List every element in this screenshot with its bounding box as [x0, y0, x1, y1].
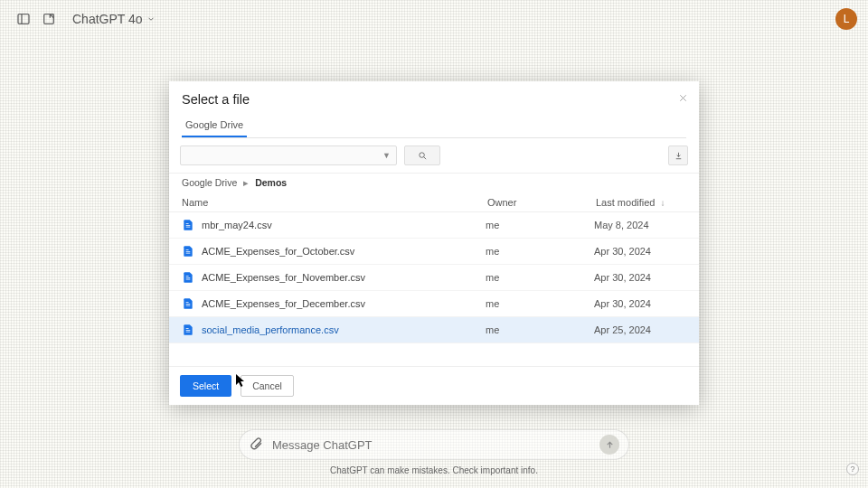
send-button[interactable] — [599, 435, 619, 455]
composer-area: ChatGPT can make mistakes. Check importa… — [0, 429, 868, 475]
file-owner: me — [486, 298, 594, 309]
file-name: ACME_Expenses_for_December.csv — [202, 298, 486, 309]
file-owner: me — [486, 246, 594, 257]
file-modified: Apr 30, 2024 — [594, 298, 686, 309]
breadcrumb: Google Drive ▸ Demos — [169, 174, 699, 193]
folder-dropdown[interactable]: ▼ — [180, 145, 397, 165]
file-owner: me — [486, 272, 594, 283]
new-chat-icon[interactable] — [36, 6, 61, 32]
file-row[interactable]: ACME_Expenses_for_October.csvmeApr 30, 2… — [169, 239, 699, 265]
search-button[interactable] — [404, 145, 440, 165]
file-row[interactable]: mbr_may24.csvmeMay 8, 2024 — [169, 212, 699, 239]
breadcrumb-separator: ▸ — [243, 177, 249, 188]
select-button[interactable]: Select — [180, 375, 231, 397]
modal-header: Select a file Google Drive — [169, 81, 699, 138]
disclaimer-text: ChatGPT can make mistakes. Check importa… — [330, 465, 538, 475]
file-name: mbr_may24.csv — [202, 220, 486, 230]
composer — [239, 429, 629, 460]
column-modified[interactable]: Last modified ↓ — [596, 197, 686, 208]
column-modified-label: Last modified — [596, 197, 655, 208]
file-name: ACME_Expenses_for_October.csv — [202, 246, 486, 257]
avatar-initial: L — [844, 13, 850, 25]
top-bar: ChatGPT 4o L — [0, 0, 868, 38]
file-modified: Apr 30, 2024 — [594, 272, 686, 283]
file-modified: Apr 30, 2024 — [594, 246, 686, 257]
avatar[interactable]: L — [835, 8, 857, 30]
list-options-button[interactable] — [668, 145, 688, 165]
breadcrumb-current[interactable]: Demos — [255, 177, 287, 188]
file-picker-modal: Select a file Google Drive ▼ Google Driv… — [169, 81, 699, 405]
file-row[interactable]: ACME_Expenses_for_November.csvmeApr 30, … — [169, 265, 699, 291]
file-icon — [182, 323, 194, 337]
tab-google-drive[interactable]: Google Drive — [182, 116, 247, 137]
arrow-up-icon — [605, 440, 615, 450]
composer-input[interactable] — [272, 438, 590, 452]
file-owner: me — [486, 220, 594, 230]
file-icon — [182, 218, 194, 232]
arrow-down-icon: ↓ — [660, 198, 665, 208]
file-icon — [182, 244, 194, 258]
file-icon — [182, 296, 194, 311]
column-headers: Name Owner Last modified ↓ — [169, 193, 699, 212]
modal-toolbar: ▼ — [169, 138, 699, 174]
svg-line-6 — [423, 156, 426, 159]
model-name-label: ChatGPT 4o — [72, 12, 143, 26]
file-row[interactable]: ACME_Expenses_for_December.csvmeApr 30, … — [169, 291, 699, 317]
column-owner[interactable]: Owner — [487, 197, 596, 208]
file-list: mbr_may24.csvmeMay 8, 2024ACME_Expenses_… — [169, 212, 699, 366]
svg-point-5 — [419, 152, 424, 157]
attach-icon[interactable] — [249, 436, 263, 454]
cancel-button[interactable]: Cancel — [241, 375, 294, 397]
sort-icon — [674, 151, 684, 161]
file-row[interactable]: social_media_performance.csvmeApr 25, 20… — [169, 317, 699, 343]
file-name: ACME_Expenses_for_November.csv — [202, 272, 486, 283]
search-icon — [418, 151, 428, 161]
model-selector[interactable]: ChatGPT 4o — [72, 12, 156, 26]
modal-footer: Select Cancel — [169, 366, 699, 405]
column-name[interactable]: Name — [182, 197, 487, 208]
sidebar-toggle-icon[interactable] — [11, 6, 36, 32]
file-modified: Apr 25, 2024 — [594, 324, 686, 335]
help-button[interactable]: ? — [846, 463, 859, 475]
file-name: social_media_performance.csv — [202, 324, 486, 335]
close-icon[interactable] — [675, 90, 690, 105]
file-owner: me — [486, 324, 594, 335]
svg-rect-0 — [18, 14, 29, 24]
modal-title: Select a file — [182, 92, 686, 107]
chevron-down-icon — [146, 14, 156, 23]
modal-tabs: Google Drive — [182, 116, 686, 138]
help-label: ? — [850, 465, 854, 474]
file-modified: May 8, 2024 — [594, 220, 686, 230]
file-icon — [182, 270, 194, 285]
breadcrumb-root[interactable]: Google Drive — [182, 177, 237, 188]
